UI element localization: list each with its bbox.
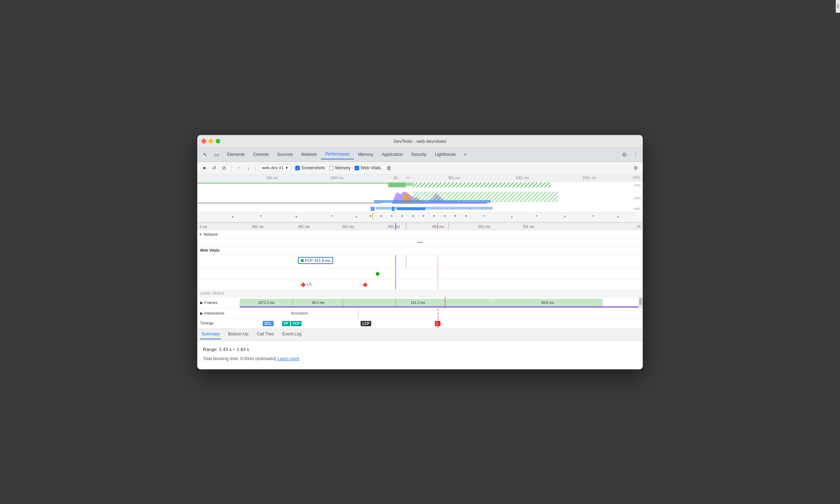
download-button[interactable]: ↓ xyxy=(244,164,253,172)
clear-button[interactable]: ⊘ xyxy=(220,164,228,172)
devtools-window: DevTools - web.dev/vitals/ ↖ ▭ Elements … xyxy=(197,135,643,369)
traffic-lights xyxy=(202,139,220,143)
source-select[interactable]: web.dev #1 ▾ xyxy=(259,164,291,171)
svg-point-28 xyxy=(296,216,297,217)
reload-button[interactable]: ↺ xyxy=(210,164,218,172)
ruler-401ms: 401 ms xyxy=(252,225,264,229)
fcp-label: FCP xyxy=(305,258,313,263)
fcp-badge[interactable]: FCP 421.8 ms xyxy=(298,257,333,264)
frame-block-3[interactable]: 161.3 ms xyxy=(344,299,492,307)
ruler-601ms: 601 ms xyxy=(432,225,444,229)
tab-event-log[interactable]: Event Log xyxy=(281,329,303,339)
timing-fcp[interactable]: FCP xyxy=(291,320,302,326)
settings-icon[interactable]: ⚙ xyxy=(620,150,629,159)
tab-security[interactable]: Security xyxy=(407,150,431,159)
frame-block-2[interactable]: 40.4 ms xyxy=(293,299,343,307)
vline-red-1 xyxy=(438,223,438,230)
tab-memory[interactable]: Memory xyxy=(354,150,378,159)
range-text: Range: 1.43 s – 1.83 s xyxy=(203,347,637,352)
timing-fp[interactable]: FP xyxy=(282,320,290,326)
ruler-651ms: 651 ms xyxy=(478,225,490,229)
screenshots-row xyxy=(197,212,643,220)
interactions-expand-icon[interactable]: ▶ xyxy=(200,311,203,316)
tab-application[interactable]: Application xyxy=(378,150,407,159)
frames-expand-icon[interactable]: ▶ xyxy=(200,300,203,305)
chevron-down-icon: ▾ xyxy=(286,165,288,170)
upload-button[interactable]: ↑ xyxy=(234,164,243,172)
trash-icon[interactable]: 🗑 xyxy=(386,165,391,171)
cursor-icon[interactable]: ↖ xyxy=(200,150,210,159)
vline-gray-1 xyxy=(448,223,449,230)
blocking-text: Total blocking time: 0.00ms (estimated) … xyxy=(203,356,637,361)
tab-summary[interactable]: Summary xyxy=(200,329,221,339)
web-vitals-cb-icon: ✓ xyxy=(355,166,359,170)
toolbar: ● ↺ ⊘ ↑ ↓ web.dev #1 ▾ ✓ Screenshots Mem… xyxy=(197,162,643,175)
frame-block-4-label: 59.8 ms xyxy=(541,301,554,305)
tab-call-tree[interactable]: Call Tree xyxy=(256,329,275,339)
minimize-button[interactable] xyxy=(209,139,213,143)
tab-bottom-up[interactable]: Bottom-Up xyxy=(227,329,250,339)
tab-lighthouse[interactable]: Lighthouse xyxy=(431,150,460,159)
maximize-button[interactable] xyxy=(216,139,220,143)
ls-diamond-2 xyxy=(363,282,368,287)
interactions-red-dashed xyxy=(438,309,438,318)
svg-point-34 xyxy=(564,216,566,217)
svg-rect-2 xyxy=(406,182,413,186)
vline-red-fcp xyxy=(438,255,438,268)
ls-label: LS xyxy=(307,282,311,286)
more-options-icon[interactable]: ⋮ xyxy=(631,150,640,159)
fps-chart xyxy=(197,182,643,192)
toolbar-settings-icon[interactable]: ⚙ xyxy=(631,164,640,172)
tab-performance[interactable]: Performance xyxy=(321,150,354,159)
fcp-value: 421.8 ms xyxy=(314,258,330,263)
tab-sources[interactable]: Sources xyxy=(273,150,297,159)
fps-label: FPS xyxy=(633,176,640,180)
tab-elements[interactable]: Elements xyxy=(223,150,249,159)
svg-point-19 xyxy=(402,215,403,217)
screenshots-checkbox[interactable]: ✓ Screenshots xyxy=(295,165,325,170)
record-button[interactable]: ● xyxy=(200,164,209,172)
frame-block-1-label: 1072.5 ms xyxy=(258,301,275,305)
timing-dcl[interactable]: DCL xyxy=(263,320,274,326)
scrollbar-thumb-frames[interactable] xyxy=(639,298,642,305)
screenshots-chart xyxy=(197,212,643,220)
toolbar-right: ⚙ xyxy=(631,164,640,172)
vline-blue-fcp xyxy=(395,255,396,268)
device-icon[interactable]: ▭ xyxy=(211,150,221,159)
ruler-551ms: 551 ms xyxy=(388,225,400,229)
cpu-chart xyxy=(197,192,643,206)
svg-point-18 xyxy=(391,215,392,217)
lcp-row xyxy=(197,268,643,280)
tab-network[interactable]: Network xyxy=(297,150,321,159)
fcp-dot-icon xyxy=(301,259,304,262)
ruler-75: 75 xyxy=(637,225,641,229)
network-expand-icon[interactable]: ▼ xyxy=(199,233,202,236)
lcp-badge: LCP xyxy=(361,321,371,326)
svg-rect-1 xyxy=(388,182,406,187)
svg-point-36 xyxy=(617,216,619,218)
svg-rect-15 xyxy=(197,213,636,219)
svg-point-26 xyxy=(232,216,233,218)
long-tasks-header: LONG TASKS xyxy=(197,290,643,297)
close-button[interactable] xyxy=(202,139,206,143)
memory-checkbox[interactable]: Memory xyxy=(329,165,350,170)
fp-badge: FP xyxy=(282,321,290,326)
tab-more[interactable]: » xyxy=(460,150,471,159)
checkbox-group: ✓ Screenshots Memory ✓ Web Vitals 🗑 xyxy=(295,165,391,171)
bottom-tabs: Summary Bottom-Up Call Tree Event Log xyxy=(197,328,643,341)
frame-block-1[interactable]: 1072.5 ms xyxy=(240,299,293,307)
frames-row: ▶ Frames 1072.5 ms 40.4 ms 161.3 ms 59.8… xyxy=(197,297,643,309)
web-vitals-header: Web Vitals xyxy=(197,246,643,255)
purple-track-bar xyxy=(240,306,638,307)
frame-block-4[interactable]: 59.8 ms xyxy=(493,299,602,307)
ls-row: LS xyxy=(197,280,643,290)
frames-label-cell: ▶ Frames xyxy=(197,300,240,305)
fcp-row: FCP 421.8 ms xyxy=(197,255,643,268)
timeline-marker-orange xyxy=(372,212,373,220)
learn-more-link[interactable]: Learn more xyxy=(278,356,299,361)
interactions-dashed-1 xyxy=(358,309,358,318)
svg-point-27 xyxy=(260,215,262,217)
tab-console[interactable]: Console xyxy=(249,150,273,159)
web-vitals-checkbox[interactable]: ✓ Web Vitals xyxy=(355,165,381,170)
timing-lcp[interactable]: LCP xyxy=(361,320,371,326)
